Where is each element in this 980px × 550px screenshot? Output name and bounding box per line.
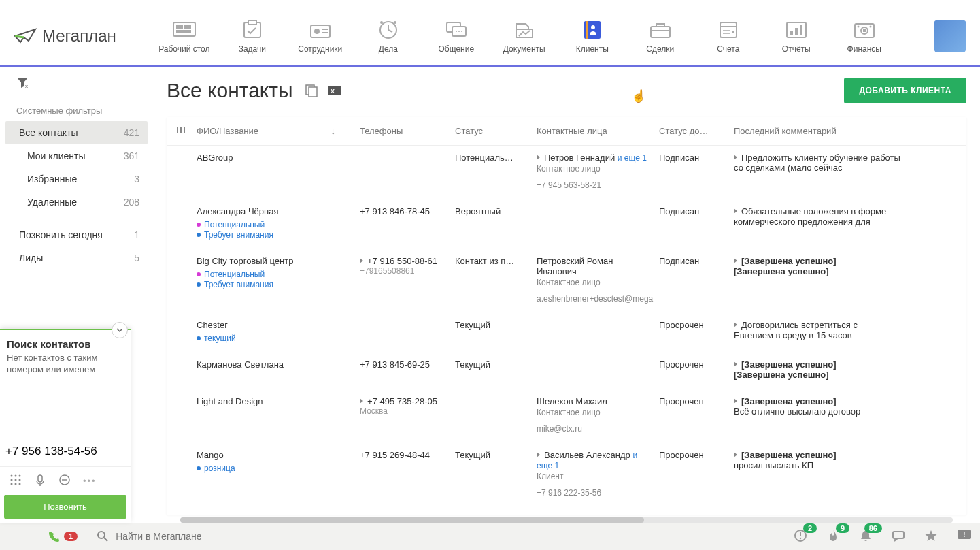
call-button[interactable]: Позвонить [4, 495, 126, 519]
footer-search[interactable] [97, 530, 788, 543]
sidebar-item[interactable]: Удаленные208 [0, 191, 153, 214]
nav-item-8[interactable]: Счета [701, 18, 756, 54]
fire-icon[interactable]: 9 [826, 529, 840, 545]
row-contact-name: Петров Геннадий [544, 152, 615, 163]
row-comment: [Завершена успешно] [741, 256, 837, 266]
nav-item-1[interactable]: Задачи [225, 18, 280, 54]
svg-text:x: x [25, 83, 28, 88]
nav-item-5[interactable]: Документы [497, 18, 552, 54]
sidebar-item-count: 421 [124, 127, 139, 138]
header: Мегаплан Рабочий столЗадачиСотрудникиДел… [0, 0, 980, 67]
dialpad-icon[interactable] [10, 474, 22, 488]
svg-point-23 [591, 25, 595, 29]
row-deal-status: Просрочен [654, 313, 728, 353]
col-deal-status[interactable]: Статус до… [654, 117, 728, 146]
svg-rect-22 [586, 21, 588, 39]
sidebar-item-label: Все контакты [19, 127, 78, 138]
svg-point-47 [19, 475, 21, 477]
svg-line-12 [388, 30, 392, 32]
sidebar-item-label: Удаленные [27, 197, 77, 208]
nav-item-3[interactable]: Дела [361, 18, 416, 54]
logo[interactable]: Мегаплан [14, 27, 116, 46]
table-row[interactable]: Mangoрозница+7 915 269-48-44ТекущийВасил… [167, 443, 966, 507]
row-name: Александра Чёрная [197, 206, 349, 216]
nav-label: Документы [503, 44, 545, 54]
nav-icon [171, 18, 198, 40]
chat-icon[interactable] [892, 529, 905, 545]
sidebar-item-count: 3 [134, 174, 139, 184]
sidebar-item[interactable]: Лиды5 [0, 246, 153, 270]
col-contacts[interactable]: Контактные лица [531, 117, 654, 146]
svg-rect-26 [720, 22, 737, 37]
row-comment-2: просил выслать КП [734, 460, 961, 470]
row-name: Карманова Светлана [197, 359, 349, 370]
sidebar-item[interactable]: Мои клиенты361 [0, 144, 153, 167]
excel-icon[interactable]: X [327, 83, 342, 98]
table: ФИО/Название ↓ Телефоны Статус Контактны… [167, 117, 966, 515]
row-deal-status: Просрочен [654, 443, 728, 507]
row-comment-2: [Завершена успешно] [734, 266, 961, 276]
nav-item-6[interactable]: Клиенты [565, 18, 620, 54]
row-contact-extra: +7 916 222-35-56 [537, 488, 648, 498]
copy-columns-icon[interactable] [304, 83, 319, 98]
svg-point-48 [11, 479, 13, 481]
svg-point-61 [800, 537, 801, 538]
minus-circle-icon[interactable] [58, 474, 71, 488]
alert-icon[interactable]: 2 [794, 529, 807, 545]
nav-icon [647, 18, 674, 40]
columns-config-icon[interactable] [176, 125, 186, 135]
svg-rect-9 [322, 32, 328, 33]
svg-rect-1 [176, 25, 183, 29]
svg-point-46 [15, 475, 17, 477]
table-row[interactable]: Big City торговый центрПотенциальныйТреб… [167, 249, 966, 313]
table-row[interactable]: Light and Design+7 495 735-28-05МоскваШе… [167, 389, 966, 443]
user-avatar[interactable] [934, 20, 966, 52]
row-status [450, 507, 531, 515]
table-row[interactable]: Стенков Илья +79158741593 [167, 507, 966, 515]
nav-item-0[interactable]: Рабочий стол [157, 18, 212, 54]
row-status [450, 389, 531, 443]
row-status: Контакт из п… [450, 249, 531, 313]
row-status: Текущий [450, 353, 531, 389]
row-comment: [Завершена успешно] [741, 359, 837, 370]
sidebar-item[interactable]: Позвонить сегодня1 [0, 223, 153, 246]
phone-icon [48, 530, 60, 543]
svg-rect-24 [651, 27, 670, 37]
svg-rect-62 [893, 532, 904, 538]
nav-label: Сотрудники [298, 44, 342, 54]
nav-item-2[interactable]: Сотрудники [293, 18, 348, 54]
table-row[interactable]: ChesterтекущийТекущийПросроченДоговорили… [167, 313, 966, 353]
table-row[interactable]: ABGroupПотенциаль…Петров Геннадий и еще … [167, 146, 966, 200]
row-comment-2: [Завершена успешно] [734, 370, 961, 380]
sidebar-item[interactable]: Все контакты421 [5, 121, 148, 144]
svg-point-51 [11, 483, 13, 485]
call-number-input[interactable] [0, 436, 131, 467]
nav-item-9[interactable]: Отчёты [769, 18, 824, 54]
star-icon[interactable] [924, 529, 938, 545]
horizontal-scrollbar[interactable] [180, 517, 953, 523]
row-contact-more[interactable]: и еще 1 [618, 153, 647, 163]
bell-icon[interactable]: 86 [859, 529, 873, 545]
sidebar-item[interactable]: Избранные3 [0, 167, 153, 191]
nav-label: Рабочий стол [158, 44, 209, 54]
svg-rect-42 [309, 87, 317, 97]
table-row[interactable]: Александра ЧёрнаяПотенциальныйТребует вн… [167, 199, 966, 249]
mic-icon[interactable] [34, 474, 46, 488]
footer-phone[interactable]: 1 [48, 530, 78, 543]
feedback-icon[interactable]: ! [957, 529, 972, 545]
chevron-down-icon [116, 326, 124, 334]
col-name[interactable]: ФИО/Название ↓ [191, 117, 354, 146]
nav-item-7[interactable]: Сделки [633, 18, 688, 54]
row-phone-sub: +79165508861 [360, 266, 444, 276]
nav-item-4[interactable]: Общение [429, 18, 484, 54]
row-phone: +7 915 269-48-44 [360, 450, 430, 460]
col-phone[interactable]: Телефоны [354, 117, 450, 146]
col-comment[interactable]: Последний комментарий [728, 117, 966, 146]
footer-search-input[interactable] [116, 531, 788, 542]
nav-item-10[interactable]: Финансы [837, 18, 892, 54]
col-status[interactable]: Статус [450, 117, 531, 146]
filter-icon[interactable]: x [16, 76, 29, 88]
table-row[interactable]: Карманова Светлана+7 913 845-69-25Текущи… [167, 353, 966, 389]
add-client-button[interactable]: ДОБАВИТЬ КЛИЕНТА [844, 78, 966, 103]
more-icon[interactable]: ••• [83, 476, 97, 486]
